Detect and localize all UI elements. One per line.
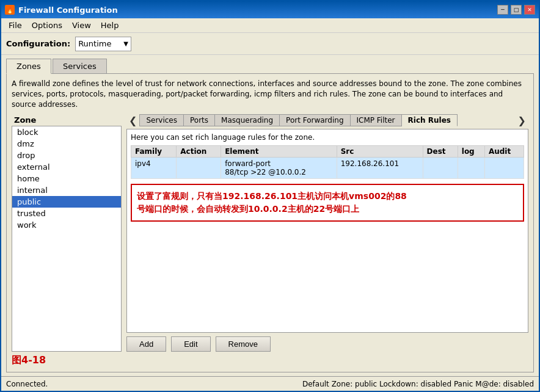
info-line2: 号端口的时候，会自动转发到10.0.0.2主机的22号端口上 bbox=[137, 203, 518, 216]
zone-item-internal[interactable]: internal bbox=[12, 184, 121, 196]
zone-item-work[interactable]: work bbox=[12, 219, 121, 231]
subtab-rich-rules[interactable]: Rich Rules bbox=[402, 114, 458, 126]
bottom-buttons: Add Edit Remove bbox=[126, 336, 528, 352]
zone-header: Zone bbox=[12, 114, 122, 126]
add-button[interactable]: Add bbox=[126, 336, 166, 352]
edit-button[interactable]: Edit bbox=[171, 336, 210, 352]
tab-services[interactable]: Services bbox=[53, 59, 107, 73]
col-family: Family bbox=[131, 146, 177, 158]
zone-item-public[interactable]: public bbox=[12, 196, 121, 208]
zone-item-dmz[interactable]: dmz bbox=[12, 138, 121, 150]
col-log: log bbox=[458, 146, 484, 158]
window-title: Firewall Configuration bbox=[18, 5, 497, 15]
subtab-masquerading[interactable]: Masquerading bbox=[215, 114, 280, 126]
zone-description: A firewalld zone defines the level of tr… bbox=[12, 79, 528, 109]
subtabs-row: ❮ Services Ports Masquerading Port Forwa… bbox=[126, 114, 528, 126]
subtab-ports[interactable]: Ports bbox=[184, 114, 215, 126]
menu-options[interactable]: Options bbox=[27, 20, 67, 31]
remove-button[interactable]: Remove bbox=[216, 336, 271, 352]
cell-audit bbox=[484, 158, 524, 179]
statusbar: Connected. Default Zone: public Lockdown… bbox=[1, 376, 539, 391]
app-icon: 🔥 bbox=[5, 5, 15, 15]
menu-help[interactable]: Help bbox=[96, 20, 124, 31]
tab-content-zones: A firewalld zone defines the level of tr… bbox=[6, 73, 534, 372]
rich-rules-description: Here you can set rich language rules for… bbox=[131, 133, 524, 142]
col-action: Action bbox=[177, 146, 221, 158]
cell-element: forward-port88/tcp >22 @10.0.0.2 bbox=[221, 158, 337, 179]
main-content: Zones Services A firewalld zone defines … bbox=[1, 55, 539, 376]
configuration-label: Configuration: bbox=[6, 39, 70, 48]
info-line1: 设置了富规则，只有当192.168.26.101主机访问本机vms002的88 bbox=[137, 190, 518, 203]
content-split: Zone block dmz drop external home intern… bbox=[12, 114, 528, 352]
zone-list: block dmz drop external home internal pu… bbox=[12, 126, 122, 352]
titlebar: 🔥 Firewall Configuration ─ □ ✕ bbox=[1, 1, 539, 18]
menu-file[interactable]: File bbox=[4, 20, 27, 31]
caption: 图4-18 bbox=[12, 354, 528, 367]
status-left: Connected. bbox=[6, 380, 48, 388]
table-row[interactable]: ipv4 forward-port88/tcp >22 @10.0.0.2 19… bbox=[131, 158, 524, 179]
col-dest: Dest bbox=[423, 146, 458, 158]
info-box: 设置了富规则，只有当192.168.26.101主机访问本机vms002的88 … bbox=[131, 184, 524, 222]
subtab-services[interactable]: Services bbox=[139, 114, 184, 126]
configuration-value: Runtime bbox=[78, 39, 121, 48]
status-right: Default Zone: public Lockdown: disabled … bbox=[302, 380, 534, 388]
toolbar: Configuration: Runtime ▼ bbox=[1, 33, 539, 55]
zone-item-drop[interactable]: drop bbox=[12, 150, 121, 161]
subtab-icmp-filter[interactable]: ICMP Filter bbox=[351, 114, 402, 126]
zone-item-external[interactable]: external bbox=[12, 161, 121, 173]
cell-dest bbox=[423, 158, 458, 179]
menubar: File Options View Help bbox=[1, 18, 539, 33]
subtab-next-arrow[interactable]: ❯ bbox=[516, 115, 528, 126]
subtab-prev-arrow[interactable]: ❮ bbox=[126, 115, 139, 126]
right-content: Here you can set rich language rules for… bbox=[126, 129, 528, 333]
cell-log bbox=[458, 158, 484, 179]
tab-zones[interactable]: Zones bbox=[6, 59, 51, 74]
menu-view[interactable]: View bbox=[67, 20, 96, 31]
col-src: Src bbox=[337, 146, 423, 158]
zone-panel: Zone block dmz drop external home intern… bbox=[12, 114, 122, 352]
dropdown-arrow-icon: ▼ bbox=[123, 40, 128, 47]
zone-item-trusted[interactable]: trusted bbox=[12, 208, 121, 219]
subtabs-container: Services Ports Masquerading Port Forward… bbox=[139, 114, 515, 126]
rules-table: Family Action Element Src Dest log Audit bbox=[131, 145, 524, 179]
subtab-port-forwarding[interactable]: Port Forwarding bbox=[280, 114, 350, 126]
cell-action bbox=[177, 158, 221, 179]
zone-item-home[interactable]: home bbox=[12, 173, 121, 184]
titlebar-buttons: ─ □ ✕ bbox=[497, 5, 535, 15]
cell-src: 192.168.26.101 bbox=[337, 158, 423, 179]
configuration-select[interactable]: Runtime ▼ bbox=[75, 37, 131, 51]
main-window: 🔥 Firewall Configuration ─ □ ✕ File Opti… bbox=[0, 0, 540, 392]
col-audit: Audit bbox=[484, 146, 524, 158]
right-panel: ❮ Services Ports Masquerading Port Forwa… bbox=[126, 114, 528, 352]
outer-tabs: Zones Services bbox=[6, 59, 534, 73]
minimize-button[interactable]: ─ bbox=[497, 5, 508, 15]
maximize-button[interactable]: □ bbox=[511, 5, 522, 15]
close-button[interactable]: ✕ bbox=[524, 5, 535, 15]
col-element: Element bbox=[221, 146, 337, 158]
cell-family: ipv4 bbox=[131, 158, 177, 179]
zone-item-block[interactable]: block bbox=[12, 126, 121, 138]
